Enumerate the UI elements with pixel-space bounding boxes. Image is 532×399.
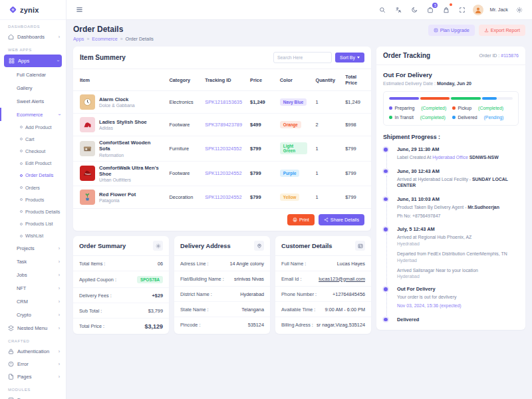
plan-upgrade-button[interactable]: Plan Upgrade (428, 25, 475, 36)
notification-dot (450, 3, 452, 6)
sidebar-item-products-details[interactable]: Products Details (0, 205, 66, 217)
sidebar-item-label: Ecommerce (17, 112, 43, 118)
timeline-link[interactable]: Hyderabad Office (432, 155, 468, 160)
logo[interactable]: zynix (0, 0, 66, 20)
search-icon[interactable] (377, 5, 387, 15)
sidebar-item-products[interactable]: Products (0, 194, 66, 205)
sidebar-item-crm[interactable]: CRM› (0, 295, 66, 309)
sidebar-item-sweet-alerts[interactable]: Sweet Alerts (0, 94, 66, 108)
timeline-title: Out For Delivery (397, 286, 519, 292)
main-content: Order Details Apps » Ecommerce » Order D… (66, 20, 532, 399)
sidebar-item-cart[interactable]: Cart (0, 133, 66, 145)
cart-icon[interactable]: 5 (425, 5, 435, 15)
cell-total: $1,249 (341, 91, 371, 114)
sidebar-item-products-list[interactable]: Products List (0, 218, 66, 230)
sidebar-item-orders[interactable]: Orders (0, 182, 66, 194)
tracking-id-link[interactable]: SPK1218153635 (205, 99, 242, 105)
share-icon (324, 217, 329, 222)
fullscreen-icon[interactable] (457, 5, 467, 15)
sidebar-item-label: Task (17, 259, 27, 265)
sidebar-section-modules: Modules (0, 383, 66, 394)
contact-card-icon[interactable] (355, 241, 365, 251)
coupon-badge: SPOS78A (137, 276, 163, 283)
row-label: Full Name : (281, 261, 306, 267)
progress-segment-pickup (420, 97, 450, 100)
page-header: Order Details Apps » Ecommerce » Order D… (73, 25, 525, 42)
export-report-button[interactable]: Export Report (479, 25, 525, 36)
tracking-id-link[interactable]: SPK3789423789 (205, 122, 242, 128)
sidebar-item-jobs[interactable]: Jobs› (0, 269, 66, 282)
sidebar-item-authentication[interactable]: Authentication › (0, 345, 66, 358)
sidebar-item-edit-product[interactable]: Edit Product (0, 158, 66, 170)
sidebar-item-label: Nested Menu (17, 325, 47, 331)
chevron-right-icon: › (59, 246, 60, 251)
email-link[interactable]: lucas123@gmail.com (319, 276, 365, 282)
shop-bag-icon[interactable] (441, 5, 451, 15)
cell-quantity: 1 (311, 186, 341, 209)
summary-row: Delivery Fees :+$29 (73, 288, 169, 303)
sidebar-item-dashboards[interactable]: Dashboards › (0, 31, 66, 43)
sidebar-item-projects[interactable]: Projects› (0, 242, 66, 255)
moon-icon[interactable] (409, 5, 419, 15)
sidebar-item-nested-menu[interactable]: Nested Menu › (0, 322, 66, 334)
sidebar-item-checkout[interactable]: Checkout (0, 145, 66, 157)
gear-icon[interactable] (514, 5, 524, 15)
sidebar-item-error[interactable]: Error › (0, 358, 66, 370)
sidebar-item-label: Products Details (25, 209, 60, 215)
sidebar-item-apps[interactable]: Apps › (4, 55, 62, 67)
legend-label: Preparing (395, 106, 415, 110)
timeline-dot (384, 287, 388, 291)
sidebar-item-full-calendar[interactable]: Full Calendar (0, 68, 66, 81)
cell-quantity: 1 (311, 136, 341, 162)
sidebar-item-add-product[interactable]: Add Product (0, 121, 66, 133)
address-row: Flat/Building Name :srinivas Nivas (174, 271, 270, 287)
sort-by-button[interactable]: Sort By (335, 53, 364, 63)
row-label: Flat/Building Name : (180, 276, 224, 282)
sidebar-item-ecommerce[interactable]: Ecommerce› (0, 108, 66, 121)
timeline-text: Arrived at Regional Hub Phoenix, AZ (397, 234, 519, 241)
timeline-dot (384, 198, 388, 201)
legend-item: Delivered (Pending) (452, 115, 513, 120)
translate-icon[interactable] (393, 5, 403, 15)
customer-details-title: Customer Details (281, 243, 332, 249)
sidebar-item-forms[interactable]: Forms › (0, 394, 66, 399)
cell-category: Footware (166, 114, 201, 136)
product-brand: Dolce & Gabbana (99, 103, 135, 108)
user-name[interactable]: Mr. Jack (489, 7, 508, 13)
hamburger-menu-icon[interactable] (74, 5, 84, 15)
tracking-id-link[interactable]: SPK1120324552 (205, 146, 241, 152)
order-summary-card: Order Summary Total Items :06 Applied Co… (73, 236, 169, 334)
sidebar-item-crypto[interactable]: Crypto› (0, 309, 66, 322)
user-avatar[interactable] (473, 5, 483, 15)
print-button[interactable]: Print (287, 214, 315, 225)
customer-row: Billing Adress :sr nagar,Vizag,535124 (275, 317, 371, 332)
breadcrumb-ecommerce[interactable]: Ecommerce (92, 36, 117, 42)
order-id-value[interactable]: #115876 (501, 53, 519, 58)
legend-item: Pickup (Completed) (452, 106, 513, 110)
search-input[interactable] (273, 52, 332, 63)
sidebar-item-wishlist[interactable]: WishList (0, 230, 66, 242)
summary-row: Total Items :06 (73, 256, 169, 271)
row-label: Total Items : (79, 261, 105, 267)
bullet-icon (20, 235, 23, 237)
sidebar-item-pages[interactable]: Pages › (0, 370, 66, 383)
sidebar-item-gallery[interactable]: Gallery (0, 81, 66, 94)
gear-icon[interactable] (153, 241, 163, 251)
cell-category: Decoration (166, 186, 201, 209)
sidebar-item-order-details[interactable]: Order Details (0, 170, 66, 182)
timeline-text: Your order is out for devlivery (397, 294, 519, 301)
breadcrumb-apps[interactable]: Apps (73, 36, 84, 42)
customer-row: Full Name :Lucas Hayes (275, 256, 371, 271)
shipment-timeline: June, 29 11:30 AM Label Created At Hyder… (383, 146, 519, 324)
sidebar-item-nft[interactable]: NFT› (0, 282, 66, 295)
location-pin-icon[interactable] (254, 241, 264, 251)
sneaker-image (82, 168, 92, 178)
sidebar: zynix Dashboards Dashboards › Web Apps A… (0, 0, 66, 399)
share-details-button[interactable]: Share Details (319, 214, 364, 225)
sidebar-item-task[interactable]: Task› (0, 255, 66, 269)
sidebar-item-label: Crypto (17, 312, 31, 318)
tracking-id-link[interactable]: SPK1120324552 (205, 170, 241, 176)
app-root: zynix Dashboards Dashboards › Web Apps A… (0, 0, 532, 399)
product-brand: Reformation (99, 153, 162, 158)
tracking-id-link[interactable]: SPK1120324552 (205, 194, 241, 200)
